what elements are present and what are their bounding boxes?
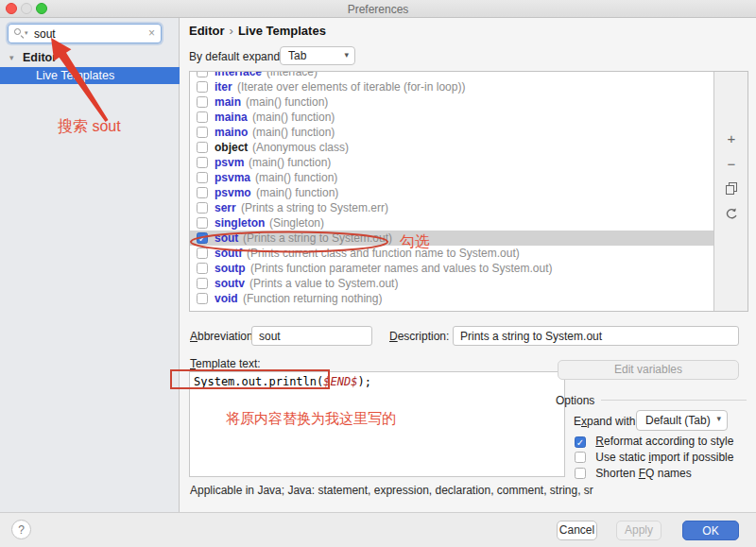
revert-icon[interactable]	[714, 207, 748, 223]
applicable-context-text: Applicable in Java; Java: statement, exp…	[190, 484, 593, 497]
template-list-item[interactable]: (Prints a string to System.err) serr	[190, 200, 714, 215]
template-list-item[interactable]: (Prints function parameter names and val…	[190, 261, 714, 276]
template-list-item[interactable]: (main() function) psvma	[190, 170, 714, 185]
reformat-checkbox[interactable]: ✓	[575, 436, 586, 448]
template-checkbox[interactable]	[197, 248, 208, 259]
template-checkbox[interactable]	[197, 96, 208, 108]
remove-template-button[interactable]: −	[714, 156, 748, 172]
template-list-item[interactable]: (Function returning nothing) void	[190, 291, 714, 306]
static-import-checkbox[interactable]	[575, 452, 586, 463]
search-input[interactable]: ▾ sout ×	[8, 24, 162, 43]
apply-button[interactable]: Apply	[616, 521, 662, 540]
shorten-fq-checkbox[interactable]	[575, 468, 586, 479]
template-name: main	[215, 94, 241, 110]
template-name: psvmo	[215, 185, 251, 200]
shorten-fq-checkbox-row[interactable]: Shorten FQ names	[575, 466, 692, 481]
template-text-label: Template text:	[190, 357, 261, 370]
reformat-checkbox-row[interactable]: ✓ Reformat according to style	[575, 434, 733, 449]
template-list-item[interactable]: (Anonymous class) object	[190, 140, 714, 155]
template-description: (main() function)	[252, 125, 335, 140]
template-list-item[interactable]: (main() function) maina	[190, 110, 714, 125]
template-checkbox[interactable]	[197, 111, 208, 123]
settings-sidebar: ▾ sout × ▾ Editor Live Templates	[0, 18, 180, 512]
template-name: psvm	[215, 155, 244, 170]
template-checkbox[interactable]	[197, 217, 208, 229]
template-checkbox[interactable]	[197, 142, 208, 153]
template-name: serr	[215, 200, 236, 215]
template-list-item[interactable]: (Singleton) singleton	[190, 215, 714, 231]
cancel-button[interactable]: Cancel	[557, 521, 597, 540]
static-import-label: Use static import if possible	[595, 450, 733, 465]
template-list-item[interactable]: (main() function) psvm	[190, 155, 714, 170]
clear-search-icon[interactable]: ×	[148, 26, 155, 40]
template-checkbox[interactable]	[197, 157, 208, 168]
template-description: (Prints function parameter names and val…	[250, 261, 552, 276]
static-import-checkbox-row[interactable]: Use static import if possible	[575, 450, 733, 465]
breadcrumb-separator: ›	[230, 24, 233, 38]
expand-with-select[interactable]: Default (Tab) ▾	[636, 410, 728, 431]
options-divider	[601, 400, 747, 401]
template-name: iter	[215, 79, 232, 94]
template-list-item[interactable]: (main() function) main	[190, 94, 714, 110]
help-button[interactable]: ?	[11, 520, 31, 539]
template-list-item[interactable]: (Prints a value to System.out) soutv	[190, 276, 714, 291]
template-list-item[interactable]: (Iterate over elements of iterable (for-…	[190, 79, 714, 94]
abbreviation-label: Abbreviation:	[190, 330, 256, 343]
chevron-down-icon: ▾	[716, 414, 721, 423]
template-list-item[interactable]: (Prints current class and function name …	[190, 246, 714, 261]
template-checkbox[interactable]	[197, 278, 208, 289]
template-list-item[interactable]: ✓ (Prints a string to System.out) sout	[190, 231, 714, 246]
edit-variables-button[interactable]: Edit variables	[558, 360, 739, 380]
duplicate-template-icon[interactable]	[714, 181, 748, 197]
template-text-editor[interactable]: System.out.println($END$);	[189, 371, 565, 477]
chevron-down-icon[interactable]: ▾	[9, 49, 14, 66]
template-description: (Prints a value to System.out)	[249, 276, 398, 291]
template-name: object	[215, 140, 248, 155]
live-templates-scroll-area[interactable]: (interface) interface (Iterate over elem…	[190, 72, 714, 311]
template-list-item[interactable]: (main() function) psvmo	[190, 185, 714, 200]
shorten-fq-label: Shorten FQ names	[595, 466, 691, 481]
template-name: soutf	[215, 246, 242, 261]
ok-button[interactable]: OK	[682, 521, 739, 540]
template-description: (Singleton)	[269, 215, 324, 231]
description-input[interactable]: Prints a string to System.out	[453, 326, 739, 346]
add-template-button[interactable]: +	[714, 130, 748, 146]
footer-bar: ? Cancel Apply OK	[0, 512, 756, 547]
default-expand-value: Tab	[288, 49, 306, 62]
template-name: singleton	[215, 215, 265, 231]
template-description: (main() function)	[255, 170, 337, 185]
sidebar-item-editor-label: Editor	[23, 49, 57, 66]
template-name: maino	[215, 125, 248, 140]
breadcrumb-editor[interactable]: Editor	[189, 24, 225, 38]
template-checkbox[interactable]: ✓	[197, 232, 208, 244]
template-description: (main() function)	[246, 94, 328, 110]
template-list: (interface) interface (Iterate over elem…	[190, 72, 714, 306]
template-name: maina	[215, 110, 248, 125]
template-code: System.out.println($END$);	[194, 375, 371, 388]
list-toolbar: + −	[713, 72, 747, 311]
template-checkbox[interactable]	[197, 187, 208, 198]
template-description: (main() function)	[252, 110, 335, 125]
expand-with-label: Expand with	[574, 415, 635, 428]
template-checkbox[interactable]	[197, 263, 208, 274]
sidebar-item-live-templates[interactable]: Live Templates	[0, 67, 180, 84]
sidebar-item-editor[interactable]: ▾ Editor	[0, 49, 180, 66]
template-checkbox[interactable]	[197, 202, 208, 214]
template-checkbox[interactable]	[197, 81, 208, 93]
template-checkbox[interactable]	[197, 72, 208, 77]
default-expand-select[interactable]: Tab ▾	[280, 46, 355, 65]
template-name: psvma	[215, 170, 250, 185]
window-title: Preferences	[0, 3, 756, 16]
abbreviation-value: sout	[259, 330, 281, 343]
breadcrumb-live-templates: Live Templates	[238, 24, 326, 38]
template-checkbox[interactable]	[197, 127, 208, 138]
live-templates-list-panel: (interface) interface (Iterate over elem…	[189, 71, 748, 312]
breadcrumb: Editor›Live Templates	[189, 24, 326, 38]
template-checkbox[interactable]	[197, 293, 208, 304]
abbreviation-input[interactable]: sout	[251, 326, 372, 346]
template-checkbox[interactable]	[197, 172, 208, 183]
template-list-item[interactable]: (interface) interface	[190, 72, 714, 79]
chevron-down-icon: ▾	[344, 50, 349, 60]
description-label: Description:	[389, 330, 449, 343]
template-list-item[interactable]: (main() function) maino	[190, 125, 714, 140]
